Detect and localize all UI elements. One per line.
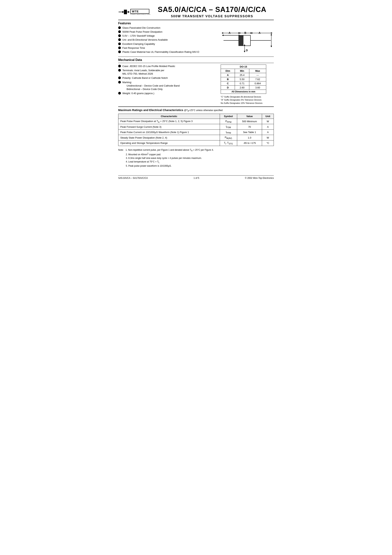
title-area: SA5.0/A/C/CA – SA170/A/C/CA 500W TRANSIE… [151, 6, 274, 18]
dim-c-label: C [221, 81, 235, 85]
svg-marker-27 [271, 46, 272, 47]
wte-logo-svg [118, 8, 130, 16]
svg-marker-26 [271, 34, 272, 35]
page-header: WTE POWER SEMICONDUCTORS SA5.0/A/C/CA – … [118, 6, 274, 18]
unit-ippm: A [262, 130, 274, 135]
logo-arrow-icon [118, 8, 130, 16]
mech-row: Case: JEDEC DO-15 Low Profile Molded Pla… [118, 65, 274, 105]
value-pmav: 1.0 [237, 135, 262, 140]
symbol-pmav: PM(AV) [220, 135, 237, 140]
svg-marker-6 [222, 35, 224, 36]
list-item: Polarity: Cathode Band or Cathode Notch [118, 76, 217, 80]
dimension-table: DO-15 Dim Min Max A 25.4 — B 5.50 7.62 [221, 65, 266, 94]
table-row: Steady State Power Dissipation (Note 2, … [118, 135, 274, 140]
ratings-title: Maximum Ratings and Electrical Character… [118, 108, 274, 112]
logo-sub-text: POWER SEMICONDUCTORS [130, 14, 151, 15]
dim-d-label: D [221, 85, 235, 90]
mech-list: Case: JEDEC DO-15 Low Profile Molded Pla… [118, 65, 217, 105]
table-row: B 5.50 7.62 [221, 77, 266, 81]
notes-intro-text: 1. Non-repetitive current pulse, per Fig… [124, 149, 214, 151]
table-row: A 25.4 — [221, 73, 266, 77]
mech-underline [118, 63, 274, 63]
svg-rect-2 [124, 10, 127, 14]
char-pmav: Steady State Power Dissipation (Note 2, … [118, 135, 220, 140]
symbol-ifsm: IFSM [220, 124, 237, 130]
unit-ifsm: A [262, 124, 274, 130]
note-4: 4. Lead temperature at 75°C = TL [126, 160, 274, 164]
table-header-row: Dim Min Max [221, 69, 266, 73]
logo-wte-text: WTE [132, 10, 139, 13]
suffix-note-2: "A" Suffix Designates 5% Tolerance Devic… [221, 98, 274, 102]
suffix-notes: "C" Suffix Designates Bi-directional Dev… [221, 95, 274, 105]
table-row: Peak Pulse Power Dissipation at TA = 25°… [118, 119, 274, 124]
dim-a-max: — [249, 73, 266, 77]
list-item: Excellent Clamping Capability [118, 42, 217, 46]
char-ifsm: Peak Forward Surge Current (Note 3) [118, 124, 220, 130]
bullet-icon [118, 38, 121, 41]
svg-marker-19 [271, 32, 272, 34]
ratings-col-symbol: Symbol [220, 114, 237, 119]
dim-a-label: A [221, 73, 235, 77]
svg-marker-31 [244, 51, 245, 52]
notes-label: Note: [118, 149, 124, 151]
dim-d-max: 3.60 [249, 85, 266, 90]
list-item: Weight: 0.40 grams (approx.) [118, 92, 217, 95]
ratings-col-unit: Unit [262, 114, 274, 119]
bullet-icon [118, 65, 121, 67]
bullet-icon [118, 81, 121, 83]
list-item: Uni- and Bi-Directional Versions Availab… [118, 38, 217, 42]
component-diagram: A B A [221, 26, 274, 55]
unit-pmav: W [262, 135, 274, 140]
svg-text:A: A [229, 31, 231, 34]
features-list: Glass Passivated Die Construction 500W P… [118, 26, 217, 55]
svg-marker-14 [239, 32, 240, 34]
value-temp: -65 to +175 [237, 140, 262, 146]
notes-section: Note: 1. Non-repetitive current pulse, p… [118, 148, 274, 168]
ratings-condition: @TA=25°C unless otherwise specified [184, 109, 223, 112]
svg-marker-10 [222, 32, 223, 34]
features-title: Features [118, 22, 274, 25]
ratings-col-value: Value [237, 114, 262, 119]
col-header-dim: Dim [221, 69, 235, 73]
list-item: 5.0V – 170V Standoff Voltage [118, 34, 217, 37]
bullet-icon [118, 69, 121, 72]
page-footer: SA5.0/A/CA – SA170/A/C/CA 1 of 5 © 2002 … [118, 175, 274, 179]
ratings-col-characteristic: Characteristic [118, 114, 220, 119]
do15-diagram-svg: A B A [222, 26, 273, 55]
suffix-note-3: No Suffix Designates 10% Tolerance Devic… [221, 102, 274, 105]
symbol-temp: Ti, TSTG [220, 140, 237, 146]
mechanical-section: Mechanical Data Case: JEDEC DO-15 Low Pr… [118, 58, 274, 105]
dim-c-min: 0.71 [235, 81, 249, 85]
dim-b-min: 5.50 [235, 77, 249, 81]
svg-text:B: B [244, 31, 246, 34]
list-item: Case: JEDEC DO-15 Low Profile Molded Pla… [118, 65, 217, 68]
char-pppm: Peak Pulse Power Dissipation at TA = 25°… [118, 119, 220, 124]
value-ippm: See Table 1 [237, 130, 262, 135]
footer-center: 1 of 5 [194, 177, 199, 179]
fast-response-text: Fast Response Time [122, 46, 145, 50]
table-row: Operating and Storage Temperature Range … [118, 140, 274, 146]
list-item: Terminals: Axial Leads, Solderable perMI… [118, 69, 217, 76]
logo-area: WTE POWER SEMICONDUCTORS [118, 8, 151, 16]
section-divider-2 [118, 107, 274, 107]
list-item: Plastic Case Material has UL Flammabilit… [118, 50, 217, 54]
sub-title: 500W TRANSIENT VOLTAGE SUPPRESSORS [151, 15, 274, 18]
dim-b-label: B [221, 77, 235, 81]
char-temp: Operating and Storage Temperature Range [118, 140, 220, 146]
dim-d-min: 2.60 [235, 85, 249, 90]
svg-marker-4 [128, 11, 130, 13]
main-title: SA5.0/A/C/CA – SA170/A/C/CA [151, 6, 274, 14]
bullet-icon [118, 30, 121, 33]
value-ifsm: 70 [237, 124, 262, 130]
bullet-icon [118, 76, 121, 79]
svg-marker-1 [122, 11, 124, 13]
ratings-title-bold: Maximum Ratings and Electrical Character… [118, 108, 183, 112]
header-divider [118, 20, 274, 20]
list-item: Glass Passivated Die Construction [118, 26, 217, 29]
section-divider-1 [118, 57, 274, 57]
col-header-min: Min [235, 69, 249, 73]
bullet-icon [118, 43, 121, 45]
value-pppm: 500 Minimum [237, 119, 262, 124]
features-section: Features Glass Passivated Die Constructi… [118, 22, 274, 55]
unit-temp: °C [262, 140, 274, 146]
